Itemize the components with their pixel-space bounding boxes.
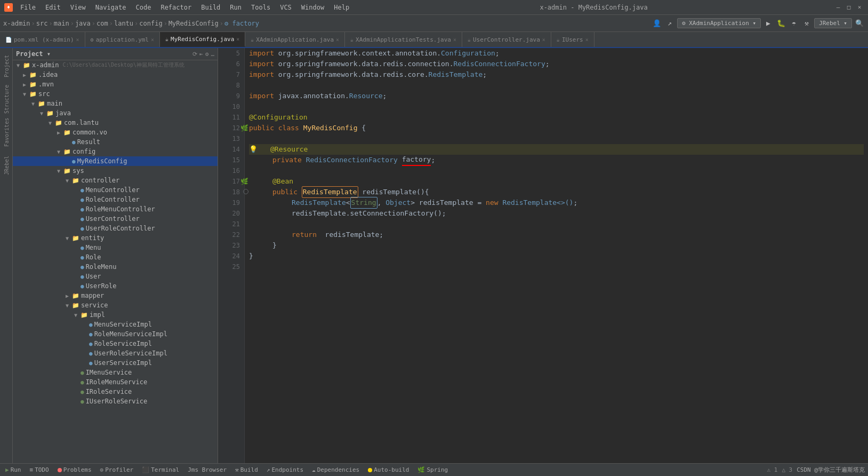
breadcrumb-myredisconfig[interactable]: MyRedisConfig	[168, 20, 219, 27]
breadcrumb-java[interactable]: java	[75, 20, 91, 27]
dependencies-tool[interactable]: ☁ Dependencies	[310, 466, 361, 473]
tree-item-rolemenuserviceimpl[interactable]: ● RoleMenuServiceImpl	[13, 329, 218, 339]
tree-item-userrolecontroller[interactable]: ● UserRoleController	[13, 224, 218, 233]
menu-edit[interactable]: Edit	[41, 3, 65, 12]
code-lines[interactable]: import org.springframework.context.annot…	[245, 48, 868, 463]
sidebar-gear-icon[interactable]: ⚙	[205, 51, 209, 58]
tab-app-yml[interactable]: ⚙ application.yml ×	[85, 32, 160, 47]
menu-refactor[interactable]: Refactor	[156, 3, 196, 12]
tree-item-service[interactable]: ▼ 📁 service	[13, 300, 218, 310]
toolbar-run-icon[interactable]: ▶	[763, 18, 774, 29]
menu-vcs[interactable]: VCS	[276, 3, 296, 12]
tree-item-src[interactable]: ▼ 📁 src	[13, 89, 218, 99]
menu-help[interactable]: Help	[329, 3, 353, 12]
tab-xadmin-test[interactable]: ☕ XAdminApplicationTests.java ×	[345, 32, 462, 47]
sidebar-collapse-icon[interactable]: ⇤	[199, 51, 203, 58]
todo-tool[interactable]: ≡ TODO	[28, 466, 51, 473]
tree-item-idea[interactable]: ▶ 📁 .idea	[13, 70, 218, 80]
menu-navigate[interactable]: Navigate	[91, 3, 131, 12]
tree-item-mapper[interactable]: ▶ 📁 mapper	[13, 291, 218, 300]
tree-item-x-admin[interactable]: ▼ 📁 x-admin C:\Users\dacai\Desktop\神届局特工…	[13, 60, 218, 70]
tab-test-close[interactable]: ×	[453, 37, 456, 43]
autobuild-tool[interactable]: Auto-build	[366, 466, 411, 473]
tree-item-result[interactable]: ● Result	[13, 137, 218, 147]
tree-item-rolecontroller[interactable]: ● RoleController	[13, 195, 218, 204]
tab-xadmin-close[interactable]: ×	[336, 37, 339, 43]
tree-item-mvn[interactable]: ▶ 📁 .mvn	[13, 80, 218, 89]
menu-run[interactable]: Run	[226, 3, 246, 12]
tree-item-iroleservice[interactable]: ● IRoleService	[13, 387, 218, 396]
structure-side-tab[interactable]: Structure	[1, 83, 12, 115]
toolbar-cursor-icon[interactable]: ↗	[664, 18, 675, 29]
menu-code[interactable]: Code	[132, 3, 156, 12]
endpoints-tool[interactable]: ↗ Endpoints	[264, 466, 306, 473]
code-editor[interactable]: 5 6 7 8 9 10 11 12 🌿 13 14 15 16 17 🌿	[218, 48, 868, 463]
minimize-button[interactable]: —	[834, 3, 842, 12]
run-tool[interactable]: ▶ Run	[3, 466, 23, 473]
tree-item-imenuservice[interactable]: ● IMenuService	[13, 368, 218, 377]
close-button[interactable]: ×	[855, 3, 864, 12]
toolbar-build-icon[interactable]: ⚒	[801, 18, 812, 29]
tree-item-myredisconfig[interactable]: ● MyRedisConfig	[13, 156, 218, 166]
favorites-side-tab[interactable]: Favorites	[1, 116, 12, 148]
tree-item-main[interactable]: ▼ 📁 main	[13, 99, 218, 108]
tab-userctrl[interactable]: ☕ UserController.java ×	[462, 32, 551, 47]
tree-item-impl[interactable]: ▼ 📁 impl	[13, 310, 218, 320]
tree-item-controller[interactable]: ▼ 📁 controller	[13, 176, 218, 185]
tree-item-user-entity[interactable]: ● User	[13, 272, 218, 281]
menu-view[interactable]: View	[66, 3, 90, 12]
tab-pom[interactable]: 📄 pom.xml (x-admin) ×	[0, 32, 85, 47]
toolbar-user-icon[interactable]: 👤	[652, 18, 662, 29]
tree-item-config[interactable]: ▼ 📁 config	[13, 147, 218, 156]
maximize-button[interactable]: □	[845, 3, 853, 12]
tree-item-role[interactable]: ● Role	[13, 252, 218, 262]
tree-item-entity[interactable]: ▼ 📁 entity	[13, 233, 218, 243]
build-tool[interactable]: ⚒ Build	[233, 466, 260, 473]
tree-item-rolemenucontroller[interactable]: ● RoleMenuController	[13, 204, 218, 214]
tree-item-comlantu[interactable]: ▼ 📁 com.lantu	[13, 118, 218, 128]
breadcrumb-factory[interactable]: ⚙ factory	[224, 20, 259, 27]
breadcrumb-main[interactable]: main	[54, 20, 69, 27]
breadcrumb-config[interactable]: config	[139, 20, 162, 27]
tab-userctrl-close[interactable]: ×	[542, 37, 545, 43]
profiler-tool[interactable]: ⊙ Profiler	[98, 466, 136, 473]
menu-tools[interactable]: Tools	[247, 3, 275, 12]
toolbar-coverage-icon[interactable]: ☂	[789, 18, 799, 29]
tree-item-usercontroller[interactable]: ● UserController	[13, 214, 218, 224]
tab-iusers[interactable]: ☕ IUsers ×	[551, 32, 594, 47]
breadcrumb-com[interactable]: com	[97, 20, 108, 27]
tab-xadmin-app[interactable]: ☕ XAdminApplication.java ×	[245, 32, 345, 47]
sidebar-more-icon[interactable]: …	[211, 51, 214, 58]
tab-yml-close[interactable]: ×	[151, 37, 154, 43]
bulb-icon-14[interactable]: 💡	[249, 144, 258, 155]
tree-item-menucontroller[interactable]: ● MenuController	[13, 185, 218, 195]
tree-item-roleserviceimpl[interactable]: ● RoleServiceImpl	[13, 339, 218, 348]
tree-item-sys[interactable]: ▼ 📁 sys	[13, 166, 218, 176]
tab-iusers-close[interactable]: ×	[585, 37, 589, 43]
tree-item-irolemenuservice[interactable]: ● IRoleMenuService	[13, 377, 218, 387]
toolbar-debug-icon[interactable]: 🐛	[776, 18, 786, 29]
menu-window[interactable]: Window	[297, 3, 328, 12]
tree-item-menu[interactable]: ● Menu	[13, 243, 218, 252]
menu-file[interactable]: File	[16, 3, 40, 12]
tree-item-userrole-entity[interactable]: ● UserRole	[13, 281, 218, 291]
tree-item-rolemenu[interactable]: ● RoleMenu	[13, 262, 218, 272]
run-config-dropdown[interactable]: ⚙ XAdminApplication ▾	[677, 18, 761, 28]
tree-item-menuserviceimpl[interactable]: ● MenuServiceImpl	[13, 320, 218, 329]
tree-item-iuserroleservice[interactable]: ● IUserRoleService	[13, 396, 218, 406]
project-side-tab[interactable]: Project	[1, 50, 12, 82]
jms-tool[interactable]: Jms Browser	[186, 466, 229, 473]
tree-item-userroleserviceimpl[interactable]: ● UserRoleServiceImpl	[13, 348, 218, 358]
problems-tool[interactable]: Problems	[55, 466, 94, 473]
spring-tool[interactable]: 🌿 Spring	[415, 466, 450, 473]
jrebel-side-tab[interactable]: JRebel	[1, 149, 12, 181]
tree-item-common-vo[interactable]: ▶ 📁 common.vo	[13, 128, 218, 137]
breadcrumb-lantu[interactable]: lantu	[114, 20, 133, 27]
breadcrumb-x-admin[interactable]: x-admin	[3, 20, 30, 27]
code-area[interactable]: 5 6 7 8 9 10 11 12 🌿 13 14 15 16 17 🌿	[218, 48, 868, 463]
menu-build[interactable]: Build	[197, 3, 224, 12]
tab-myredis[interactable]: ☕ MyRedisConfig.java ×	[160, 32, 245, 47]
tree-item-userserviceimpl[interactable]: ● UserServiceImpl	[13, 358, 218, 368]
sidebar-sync-icon[interactable]: ⟳	[192, 51, 197, 58]
toolbar-search-icon[interactable]: 🔍	[854, 18, 865, 29]
